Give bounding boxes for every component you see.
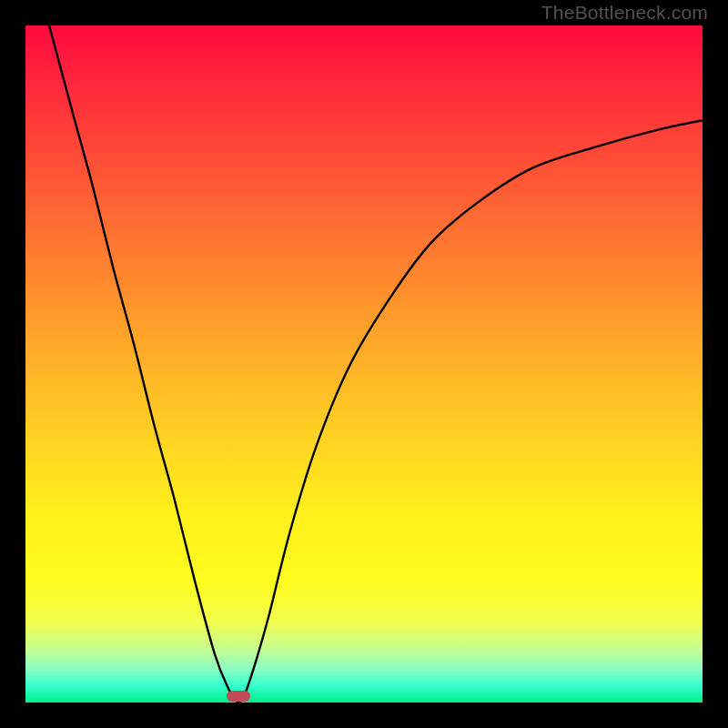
minimum-marker bbox=[227, 691, 250, 702]
plot-area bbox=[25, 25, 703, 703]
watermark-text: TheBottleneck.com bbox=[541, 2, 708, 24]
bottleneck-curve-path bbox=[49, 25, 703, 703]
bottleneck-curve-svg bbox=[25, 25, 703, 703]
